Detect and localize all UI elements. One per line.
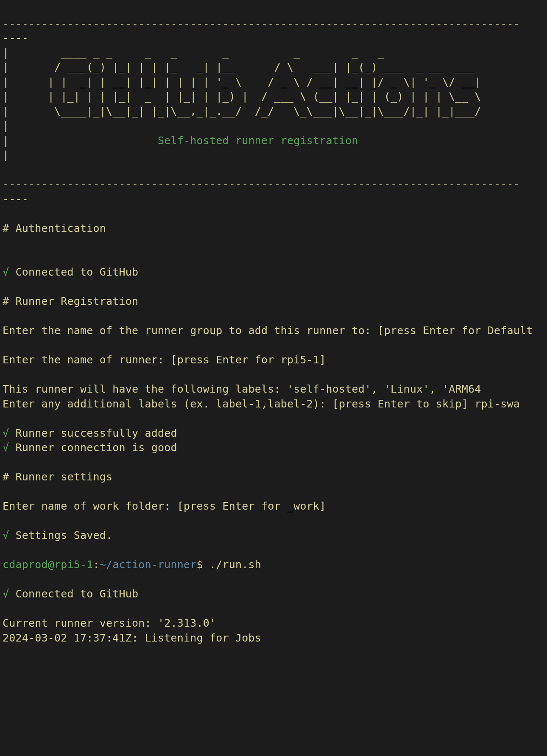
banner-divider-top-wrap: ---- bbox=[3, 32, 28, 44]
check-icon: √ bbox=[3, 441, 9, 454]
command-input[interactable]: ./run.sh bbox=[209, 558, 261, 571]
status-connected-github: Connected to GitHub bbox=[9, 588, 138, 600]
ascii-art-line: | bbox=[3, 149, 9, 161]
ascii-art-line: | / ___(_) |_| | | |_ _| |__ / \ ___| |_… bbox=[3, 61, 474, 73]
status-connected-github: Connected to GitHub bbox=[9, 266, 138, 278]
ascii-art-line: | | | _| | __| |_| | | | | '_ \ / _ \ / … bbox=[3, 76, 481, 88]
labels-info-line: This runner will have the following labe… bbox=[3, 383, 481, 395]
section-header-runner-settings: # Runner settings bbox=[3, 471, 112, 483]
banner-title: Self-hosted runner registration bbox=[158, 134, 358, 147]
prompt-dollar: $ bbox=[197, 558, 210, 571]
prompt-runner-group: Enter the name of the runner group to ad… bbox=[3, 324, 533, 337]
check-icon: √ bbox=[3, 266, 9, 278]
section-header-authentication: # Authentication bbox=[3, 222, 106, 234]
listening-status: 2024-03-02 17:37:41Z: Listening for Jobs bbox=[3, 632, 261, 644]
prompt-additional-labels: Enter any additional labels (ex. label-1… bbox=[3, 398, 520, 410]
banner-divider-top: ----------------------------------------… bbox=[3, 17, 520, 30]
prompt-work-folder: Enter name of work folder: [press Enter … bbox=[3, 500, 326, 512]
check-icon: √ bbox=[3, 529, 9, 541]
prompt-colon: : bbox=[93, 558, 100, 571]
section-header-runner-registration: # Runner Registration bbox=[3, 295, 138, 307]
check-icon: √ bbox=[3, 427, 9, 439]
prompt-cwd: ~/action-runner bbox=[100, 558, 197, 571]
runner-version: Current runner version: '2.313.0' bbox=[3, 617, 216, 629]
status-runner-added: Runner successfully added bbox=[9, 427, 177, 439]
ascii-art-line: | \____|_|\__|_| |_|\__,_|_.__/ /_/ \_\_… bbox=[3, 105, 481, 117]
banner-divider-bottom: ----------------------------------------… bbox=[3, 178, 520, 190]
ascii-art-line: | bbox=[3, 120, 9, 132]
ascii-art-line: | ____ _ _ _ _ _ _ _ _ bbox=[3, 47, 384, 59]
terminal-output[interactable]: ----------------------------------------… bbox=[0, 0, 547, 645]
status-connection-good: Runner connection is good bbox=[9, 441, 177, 454]
status-settings-saved: Settings Saved. bbox=[9, 529, 112, 541]
prompt-runner-name: Enter the name of runner: [press Enter f… bbox=[3, 354, 326, 366]
check-icon: √ bbox=[3, 588, 9, 600]
prompt-user-host: cdaprod@rpi5-1 bbox=[3, 558, 93, 571]
banner-divider-bottom-wrap: ---- bbox=[3, 193, 28, 205]
ascii-art-line: | | |_| | | |_| _ | |_| | |_) | / ___ \ … bbox=[3, 90, 481, 103]
ascii-art-prefix: | bbox=[3, 134, 158, 147]
